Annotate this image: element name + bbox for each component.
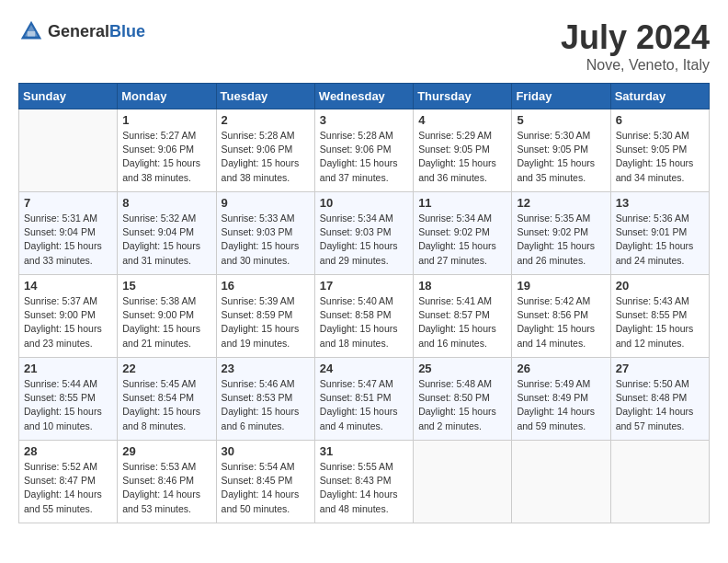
calendar-cell: 29Sunrise: 5:53 AMSunset: 8:46 PMDayligh… — [118, 441, 216, 523]
sunset-text: Sunset: 8:55 PM — [24, 391, 112, 405]
calendar-cell: 7Sunrise: 5:31 AMSunset: 9:04 PMDaylight… — [19, 192, 118, 275]
daylight-text-line1: Daylight: 15 hours — [418, 405, 506, 419]
calendar-cell: 25Sunrise: 5:48 AMSunset: 8:50 PMDayligh… — [414, 358, 512, 441]
sunset-text: Sunset: 9:06 PM — [320, 143, 408, 156]
sunset-text: Sunset: 8:57 PM — [418, 308, 506, 322]
sunrise-text: Sunrise: 5:37 AM — [24, 294, 112, 308]
daylight-text-line1: Daylight: 14 hours — [222, 488, 310, 501]
sunset-text: Sunset: 8:43 PM — [320, 474, 408, 488]
sunrise-text: Sunrise: 5:40 AM — [320, 294, 408, 308]
sunset-text: Sunset: 8:59 PM — [222, 308, 310, 322]
sunset-text: Sunset: 8:45 PM — [222, 474, 310, 488]
daylight-text-line1: Daylight: 14 hours — [24, 488, 112, 501]
logo-icon — [18, 18, 44, 44]
sunrise-text: Sunrise: 5:30 AM — [517, 129, 605, 143]
daylight-text-line2: and 18 minutes. — [320, 337, 408, 350]
day-number: 15 — [122, 279, 210, 293]
daylight-text-line1: Daylight: 15 hours — [122, 405, 210, 419]
daylight-text-line2: and 2 minutes. — [418, 419, 506, 433]
calendar-week-row: 28Sunrise: 5:52 AMSunset: 8:47 PMDayligh… — [19, 441, 710, 523]
calendar-cell: 17Sunrise: 5:40 AMSunset: 8:58 PMDayligh… — [314, 275, 413, 358]
sunset-text: Sunset: 8:54 PM — [122, 391, 210, 405]
day-number: 31 — [320, 444, 408, 458]
day-detail: Sunrise: 5:49 AMSunset: 8:49 PMDaylight:… — [517, 377, 605, 433]
day-detail: Sunrise: 5:39 AMSunset: 8:59 PMDaylight:… — [222, 294, 310, 350]
sunset-text: Sunset: 8:50 PM — [418, 391, 506, 405]
sunset-text: Sunset: 9:03 PM — [222, 225, 310, 239]
calendar-cell: 31Sunrise: 5:55 AMSunset: 8:43 PMDayligh… — [314, 441, 413, 523]
daylight-text-line2: and 6 minutes. — [222, 419, 310, 433]
sunrise-text: Sunrise: 5:49 AM — [517, 377, 605, 391]
daylight-text-line1: Daylight: 15 hours — [418, 322, 506, 336]
daylight-text-line2: and 23 minutes. — [24, 337, 112, 350]
column-header-friday: Friday — [512, 84, 610, 109]
daylight-text-line1: Daylight: 14 hours — [517, 405, 605, 419]
sunrise-text: Sunrise: 5:53 AM — [122, 460, 210, 474]
daylight-text-line1: Daylight: 15 hours — [222, 156, 310, 170]
day-detail: Sunrise: 5:48 AMSunset: 8:50 PMDaylight:… — [418, 377, 506, 433]
sunrise-text: Sunrise: 5:31 AM — [24, 212, 112, 225]
day-detail: Sunrise: 5:50 AMSunset: 8:48 PMDaylight:… — [616, 377, 704, 433]
day-detail: Sunrise: 5:43 AMSunset: 8:55 PMDaylight:… — [616, 294, 704, 350]
sunset-text: Sunset: 9:00 PM — [24, 308, 112, 322]
sunset-text: Sunset: 8:49 PM — [517, 391, 605, 405]
title-block: July 2024 Nove, Veneto, Italy — [561, 18, 710, 74]
day-number: 5 — [517, 113, 605, 127]
sunset-text: Sunset: 8:46 PM — [122, 474, 210, 488]
daylight-text-line2: and 26 minutes. — [517, 254, 605, 268]
day-number: 26 — [517, 362, 605, 375]
svg-rect-2 — [28, 31, 35, 37]
sunrise-text: Sunrise: 5:32 AM — [122, 212, 210, 225]
calendar-week-row: 21Sunrise: 5:44 AMSunset: 8:55 PMDayligh… — [19, 358, 710, 441]
sunset-text: Sunset: 8:55 PM — [616, 308, 704, 322]
sunrise-text: Sunrise: 5:27 AM — [122, 129, 210, 143]
day-detail: Sunrise: 5:44 AMSunset: 8:55 PMDaylight:… — [24, 377, 112, 433]
day-number: 21 — [24, 362, 112, 375]
day-number: 4 — [418, 113, 506, 127]
calendar-cell: 5Sunrise: 5:30 AMSunset: 9:05 PMDaylight… — [512, 109, 610, 192]
sunset-text: Sunset: 8:53 PM — [222, 391, 310, 405]
calendar-cell: 22Sunrise: 5:45 AMSunset: 8:54 PMDayligh… — [118, 358, 216, 441]
daylight-text-line1: Daylight: 15 hours — [320, 322, 408, 336]
column-header-thursday: Thursday — [414, 84, 512, 109]
logo-text-blue: Blue — [109, 22, 145, 40]
calendar-cell: 28Sunrise: 5:52 AMSunset: 8:47 PMDayligh… — [19, 441, 118, 523]
day-number: 29 — [122, 444, 210, 458]
day-detail: Sunrise: 5:53 AMSunset: 8:46 PMDaylight:… — [122, 460, 210, 516]
day-number: 20 — [616, 279, 704, 293]
daylight-text-line1: Daylight: 15 hours — [122, 239, 210, 253]
daylight-text-line2: and 50 minutes. — [222, 502, 310, 516]
daylight-text-line1: Daylight: 15 hours — [320, 156, 408, 170]
day-detail: Sunrise: 5:38 AMSunset: 9:00 PMDaylight:… — [122, 294, 210, 350]
daylight-text-line2: and 27 minutes. — [418, 254, 506, 268]
sunrise-text: Sunrise: 5:28 AM — [320, 129, 408, 143]
calendar-cell: 16Sunrise: 5:39 AMSunset: 8:59 PMDayligh… — [216, 275, 314, 358]
day-detail: Sunrise: 5:30 AMSunset: 9:05 PMDaylight:… — [616, 129, 704, 185]
day-detail: Sunrise: 5:30 AMSunset: 9:05 PMDaylight:… — [517, 129, 605, 185]
sunrise-text: Sunrise: 5:42 AM — [517, 294, 605, 308]
day-number: 22 — [122, 362, 210, 375]
daylight-text-line1: Daylight: 15 hours — [616, 156, 704, 170]
calendar-cell — [512, 441, 610, 523]
calendar-cell: 27Sunrise: 5:50 AMSunset: 8:48 PMDayligh… — [610, 358, 709, 441]
day-number: 2 — [222, 113, 310, 127]
daylight-text-line2: and 38 minutes. — [122, 171, 210, 185]
day-number: 6 — [616, 113, 704, 127]
day-detail: Sunrise: 5:32 AMSunset: 9:04 PMDaylight:… — [122, 212, 210, 268]
day-number: 12 — [517, 196, 605, 210]
day-detail: Sunrise: 5:33 AMSunset: 9:03 PMDaylight:… — [222, 212, 310, 268]
sunset-text: Sunset: 8:51 PM — [320, 391, 408, 405]
calendar-cell: 24Sunrise: 5:47 AMSunset: 8:51 PMDayligh… — [314, 358, 413, 441]
day-detail: Sunrise: 5:41 AMSunset: 8:57 PMDaylight:… — [418, 294, 506, 350]
daylight-text-line2: and 10 minutes. — [24, 419, 112, 433]
sunrise-text: Sunrise: 5:34 AM — [320, 212, 408, 225]
calendar-cell: 3Sunrise: 5:28 AMSunset: 9:06 PMDaylight… — [314, 109, 413, 192]
daylight-text-line2: and 12 minutes. — [616, 337, 704, 350]
daylight-text-line1: Daylight: 14 hours — [320, 488, 408, 501]
daylight-text-line2: and 37 minutes. — [320, 171, 408, 185]
calendar-table: SundayMondayTuesdayWednesdayThursdayFrid… — [18, 83, 710, 523]
calendar-cell: 30Sunrise: 5:54 AMSunset: 8:45 PMDayligh… — [216, 441, 314, 523]
daylight-text-line1: Daylight: 15 hours — [320, 405, 408, 419]
day-detail: Sunrise: 5:31 AMSunset: 9:04 PMDaylight:… — [24, 212, 112, 268]
day-detail: Sunrise: 5:46 AMSunset: 8:53 PMDaylight:… — [222, 377, 310, 433]
